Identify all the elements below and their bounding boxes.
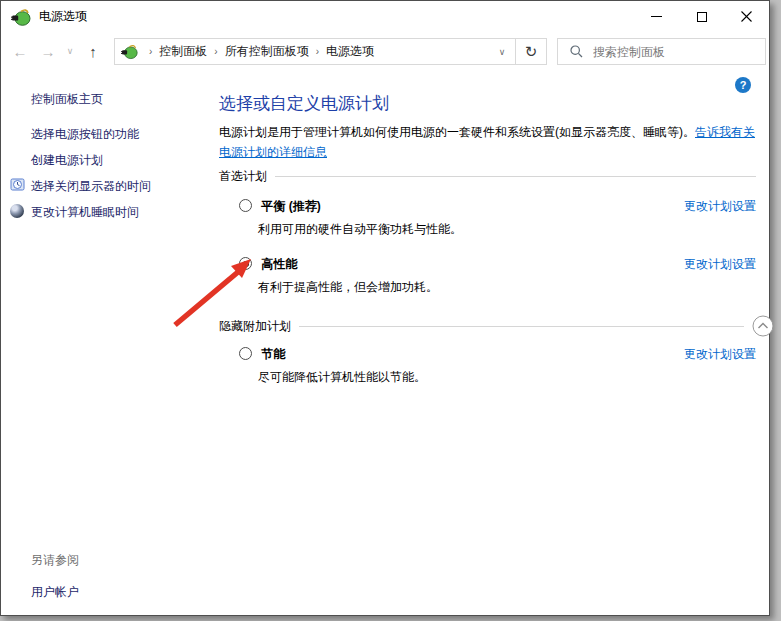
breadcrumb-control-panel[interactable]: 控制面板	[159, 43, 207, 60]
sidebar-item-create-plan[interactable]: 创建电源计划	[31, 152, 103, 169]
divider	[275, 176, 756, 177]
change-plan-settings-link-high-performance[interactable]: 更改计划设置	[684, 256, 756, 273]
section-preferred-plans: 首选计划	[219, 168, 756, 185]
forward-arrow-icon: →	[41, 43, 56, 60]
sidebar-item-user-accounts[interactable]: 用户帐户	[31, 584, 79, 601]
sleep-sphere-icon	[10, 204, 24, 218]
refresh-icon[interactable]: ↻	[516, 43, 546, 61]
search-box[interactable]	[557, 38, 766, 65]
section-preferred-label: 首选计划	[219, 168, 267, 185]
titlebar: 电源选项	[1, 1, 769, 32]
section-hidden-plans: 隐藏附加计划	[219, 315, 774, 337]
navigation-bar: ← → ∨ ↑ › 控制面板 › 所有控制面板项 › 电源选项 ∨ ↻	[1, 32, 769, 70]
search-input[interactable]	[591, 44, 765, 60]
high-performance-radio[interactable]	[239, 257, 252, 270]
close-button[interactable]	[724, 1, 769, 32]
back-button[interactable]: ←	[7, 32, 33, 70]
power-saver-description: 尽可能降低计算机性能以节能。	[258, 369, 426, 386]
power-plug-icon	[11, 7, 31, 27]
recent-pages-button[interactable]: ∨	[61, 32, 79, 70]
sidebar: 控制面板主页 选择电源按钮的功能 创建电源计划 选择关闭显示器的时间 更改计算机…	[1, 70, 219, 615]
display-clock-icon	[10, 177, 26, 193]
power-plug-icon	[121, 43, 138, 60]
breadcrumb-chevron-icon[interactable]: ›	[309, 46, 326, 57]
change-plan-settings-link-power-saver[interactable]: 更改计划设置	[684, 346, 756, 363]
power-saver-radio[interactable]	[239, 347, 252, 360]
breadcrumb-power-options[interactable]: 电源选项	[326, 43, 374, 60]
plan-row-power-saver: 节能 更改计划设置	[239, 346, 756, 362]
balanced-description: 利用可用的硬件自动平衡功耗与性能。	[258, 221, 462, 238]
high-performance-label[interactable]: 高性能	[261, 257, 297, 271]
sidebar-item-power-buttons[interactable]: 选择电源按钮的功能	[31, 126, 139, 143]
section-hidden-label: 隐藏附加计划	[219, 318, 291, 335]
maximize-button[interactable]	[679, 1, 724, 32]
up-arrow-icon: ↑	[89, 43, 97, 60]
close-icon	[741, 11, 752, 22]
sidebar-item-sleep-time[interactable]: 更改计算机睡眠时间	[31, 204, 139, 221]
up-button[interactable]: ↑	[81, 32, 105, 70]
breadcrumb-all-items[interactable]: 所有控制面板项	[225, 43, 309, 60]
search-icon	[570, 45, 583, 58]
minimize-button[interactable]	[634, 1, 679, 32]
high-performance-description: 有利于提高性能，但会增加功耗。	[258, 279, 438, 296]
window-title: 电源选项	[39, 8, 87, 25]
plan-row-balanced: 平衡 (推荐) 更改计划设置	[239, 198, 756, 214]
sidebar-item-display-off-time[interactable]: 选择关闭显示器的时间	[31, 178, 151, 195]
minimize-icon	[651, 16, 662, 17]
balanced-label[interactable]: 平衡 (推荐)	[261, 199, 320, 213]
help-icon: ?	[740, 79, 747, 91]
breadcrumb-chevron-icon[interactable]: ›	[207, 46, 224, 57]
main-content: ? 选择或自定义电源计划 电源计划是用于管理计算机如何使用电源的一套硬件和系统设…	[219, 70, 756, 615]
breadcrumb-chevron-icon[interactable]: ›	[142, 46, 159, 57]
intro-text: 电源计划是用于管理计算机如何使用电源的一套硬件和系统设置(如显示器亮度、睡眠等)…	[219, 122, 756, 162]
back-arrow-icon: ←	[13, 43, 28, 60]
plan-row-high-performance: 高性能 更改计划设置	[239, 256, 756, 272]
address-bar[interactable]: › 控制面板 › 所有控制面板项 › 电源选项 ∨ ↻	[114, 38, 547, 65]
address-dropdown-chevron-icon[interactable]: ∨	[489, 47, 515, 57]
power-saver-label[interactable]: 节能	[261, 347, 285, 361]
page-title: 选择或自定义电源计划	[219, 92, 389, 115]
intro-description: 电源计划是用于管理计算机如何使用电源的一套硬件和系统设置(如显示器亮度、睡眠等)…	[219, 125, 695, 139]
sidebar-item-control-panel-home[interactable]: 控制面板主页	[31, 91, 103, 108]
divider	[299, 326, 744, 327]
forward-button[interactable]: →	[35, 32, 61, 70]
power-options-window: 电源选项 ← → ∨ ↑ › 控制面板	[0, 0, 770, 616]
recent-pages-chevron-icon: ∨	[67, 46, 74, 56]
balanced-radio[interactable]	[239, 199, 252, 212]
chevron-up-circle-icon[interactable]	[752, 315, 774, 337]
change-plan-settings-link-balanced[interactable]: 更改计划设置	[684, 198, 756, 215]
maximize-icon	[697, 12, 707, 22]
help-button[interactable]: ?	[735, 77, 751, 93]
see-also-heading: 另请参阅	[31, 552, 79, 569]
